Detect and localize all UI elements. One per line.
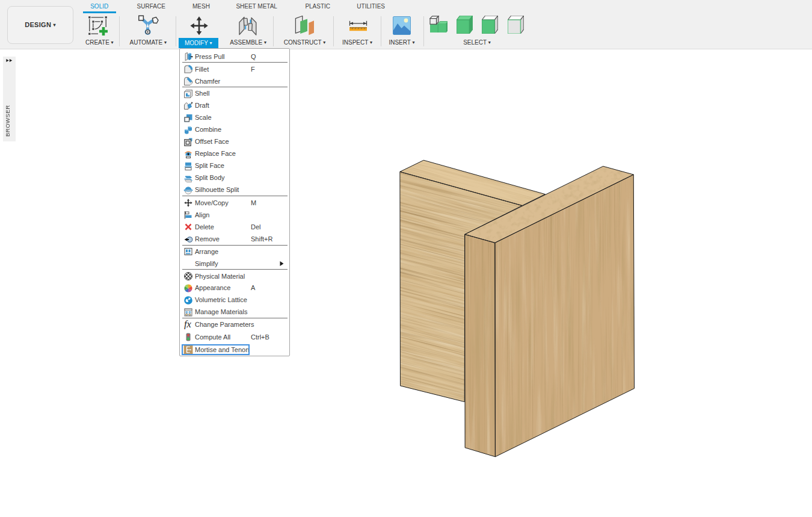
- svg-text:fx: fx: [184, 320, 192, 329]
